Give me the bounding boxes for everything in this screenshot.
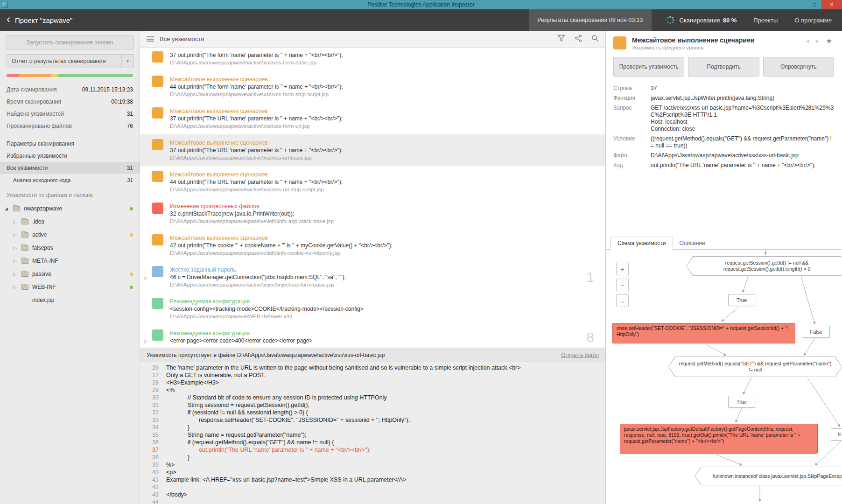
share-icon[interactable] [575, 35, 582, 43]
filter-icon[interactable] [557, 35, 565, 43]
sidebar-nav-item[interactable]: Избранные уязвимости [0, 150, 140, 162]
code-line: 40 <p> [140, 469, 605, 476]
vulnerability-row[interactable]: Рекомендуемая конфигурация <session-conf… [140, 293, 605, 325]
vulnerability-row[interactable]: Межсайтовое выполнение сценариев 44 out.… [140, 166, 605, 198]
expander-icon[interactable]: ◢ [5, 206, 13, 211]
tree-item[interactable]: ▷ WEB-INF [0, 280, 140, 294]
tab-description[interactable]: Описание [673, 237, 712, 249]
expand-icon[interactable]: ▷ [140, 266, 152, 288]
tree-item[interactable]: ▷ META-INF [0, 254, 140, 267]
expander-icon[interactable]: ▷ [13, 272, 21, 277]
folder-icon [21, 219, 28, 224]
expand-icon[interactable] [140, 76, 152, 98]
expand-icon[interactable] [140, 139, 152, 161]
vulnerability-code-line: 37 out.println("The URL 'name' parameter… [170, 147, 594, 154]
tree-item[interactable]: ◢ owaspzapwave [0, 202, 140, 215]
group-by-icon[interactable] [147, 36, 154, 42]
tree-item[interactable]: ▷ falsepos [0, 241, 140, 254]
detail-field: Строка 37 [613, 85, 834, 92]
action-button[interactable]: Проверить уязвимость [613, 57, 684, 77]
vulnerability-row[interactable]: Межсайтовое выполнение сценариев 42 out.… [140, 230, 605, 261]
chevron-down-icon[interactable]: ▼ [121, 55, 133, 68]
vulnerability-file-path: D:\AI\Apps\Java\owaspzapwave\passive\inf… [170, 249, 594, 257]
node-text: !unknown instanceof class javax.servlet.… [713, 473, 842, 479]
sidebar-nav-item[interactable]: Параметры сканирования [0, 138, 140, 150]
prev-vulnerability-icon[interactable]: ◄ [805, 38, 810, 44]
rescan-button[interactable]: Запустить сканирование заново [6, 35, 134, 49]
diagram-statement-node[interactable]: onse.setHeader("SET-COOKIE", "JSESSIONID… [612, 323, 795, 343]
vulnerability-row[interactable]: ▷ Жестко заданный пароль 46 c = DriverMa… [140, 261, 605, 293]
sidebar-nav-item[interactable]: Анализ исходного кода 31 [0, 174, 140, 186]
details-header: Межсайтовое выполнение сценариев Уязвимо… [606, 31, 842, 55]
expander-icon[interactable]: ▷ [13, 232, 21, 238]
code-line: 41 Example link: <A HREF="xss-url-basic.… [140, 476, 605, 483]
vulnerability-row[interactable]: Межсайтовое выполнение сценариев 37 out.… [140, 134, 605, 166]
zoom-out-button[interactable]: − [616, 279, 629, 291]
scan-results-section[interactable]: Результаты сканирования 09 ноя 03:13 [529, 9, 651, 31]
expand-icon[interactable] [140, 234, 152, 257]
tree-item[interactable]: ▷ passive [0, 267, 140, 280]
diagram-condition-node[interactable]: !unknown instanceof class javax.servlet.… [695, 467, 842, 485]
expander-icon[interactable]: ▷ [13, 245, 21, 251]
vulnerability-row[interactable]: Межсайтовое выполнение сценариев 44 out.… [140, 71, 605, 103]
line-text: <% [166, 386, 175, 394]
vulnerability-row[interactable]: ▷ Рекомендуемая конфигурация <error-page… [140, 325, 605, 348]
list-toolbar: Все уязвимости [140, 31, 605, 48]
tree-item-label: .idea [32, 218, 44, 225]
vulnerability-title: Межсайтовое выполнение сценариев [632, 36, 803, 44]
expander-icon[interactable]: ▷ [13, 219, 21, 224]
scanning-status[interactable]: Сканирование 80 % [680, 17, 737, 24]
vulnerability-title: Межсайтовое выполнение сценариев [170, 139, 594, 147]
report-dropdown-button[interactable]: Отчет о результатах сканирования ▼ [6, 54, 134, 68]
about-menu[interactable]: О программе [794, 17, 832, 24]
diagram-false-node[interactable]: False [831, 428, 842, 441]
action-button[interactable]: Подтвердить [688, 57, 759, 77]
stat-row: Найдено уязвимостей 31 [0, 108, 140, 120]
nav-label: Все уязвимости [7, 165, 48, 171]
tree-item[interactable]: index.jsp [0, 294, 140, 307]
tree-header: Уязвимости по файлам и папкам: [0, 192, 140, 198]
minimize-button[interactable]: – [793, 0, 807, 9]
status-dot [130, 273, 133, 276]
diagram-false-node[interactable]: False [803, 326, 830, 338]
expand-icon[interactable] [140, 107, 152, 130]
code-line: 30 // Standard bit of code to ensure any… [140, 394, 605, 401]
expand-icon[interactable] [140, 51, 152, 66]
expand-icon[interactable] [140, 298, 152, 320]
search-icon[interactable] [591, 35, 599, 43]
action-button[interactable]: Опровергнуть [763, 57, 834, 77]
group-count: 1 [586, 269, 594, 285]
pan-arrow-button[interactable]: → [616, 294, 629, 307]
close-button[interactable]: × [821, 0, 842, 9]
projects-menu[interactable]: Проекты [753, 17, 778, 24]
expander-icon[interactable]: ▷ [13, 285, 21, 290]
code-panel: Уязвимость присутствует в файле D:\AI\Ap… [140, 348, 605, 504]
diagram-true-node[interactable]: True [728, 396, 755, 408]
diagram-true-node[interactable]: True [728, 294, 755, 306]
line-number: 41 [140, 476, 159, 483]
tab-scheme[interactable]: Схема уязвимости [610, 237, 673, 250]
tree-item[interactable]: ▷ .idea [0, 215, 140, 228]
vulnerability-row[interactable]: 37 out.println("The form 'name' paramete… [140, 48, 605, 71]
code-line: 27 Only a GET is vulnerable, not a POST. [140, 371, 605, 379]
favorite-star-icon[interactable]: ★ [826, 37, 832, 45]
diagram-statement-node[interactable]: javax.servlet.jsp.JspFactory.getDefaultF… [620, 424, 818, 454]
expand-icon[interactable]: ▷ [140, 329, 152, 345]
expander-icon[interactable]: ▷ [13, 259, 21, 264]
expand-icon[interactable] [140, 171, 152, 193]
severity-icon [152, 139, 163, 150]
diagram-condition-node[interactable]: request.getSession().getId() != null && … [686, 256, 842, 276]
vulnerability-row[interactable]: Межсайтовое выполнение сценариев 37 out.… [140, 103, 605, 134]
maximize-button[interactable]: □ [807, 0, 821, 9]
vulnerability-file-path: D:\AI\Apps\Java\owaspzapwave\passive\inf… [170, 217, 594, 225]
open-file-link[interactable]: Открыть файл [561, 352, 599, 358]
next-vulnerability-icon[interactable]: ► [815, 38, 820, 44]
expand-icon[interactable] [140, 203, 152, 225]
back-icon[interactable]: ‹ [0, 13, 15, 28]
vulnerability-row[interactable]: Изменение произвольных файлов 32 e.print… [140, 198, 605, 230]
zoom-in-button[interactable]: + [616, 263, 629, 275]
diagram-condition-node[interactable]: request.getMethod().equals("GET") && req… [668, 357, 842, 377]
scan-stats: Дата сканирования 09.11.2015 15:13:23 Вр… [0, 84, 140, 132]
tree-item[interactable]: ▷ active [0, 228, 140, 241]
sidebar-nav-item[interactable]: Все уязвимости 31 [0, 162, 140, 174]
